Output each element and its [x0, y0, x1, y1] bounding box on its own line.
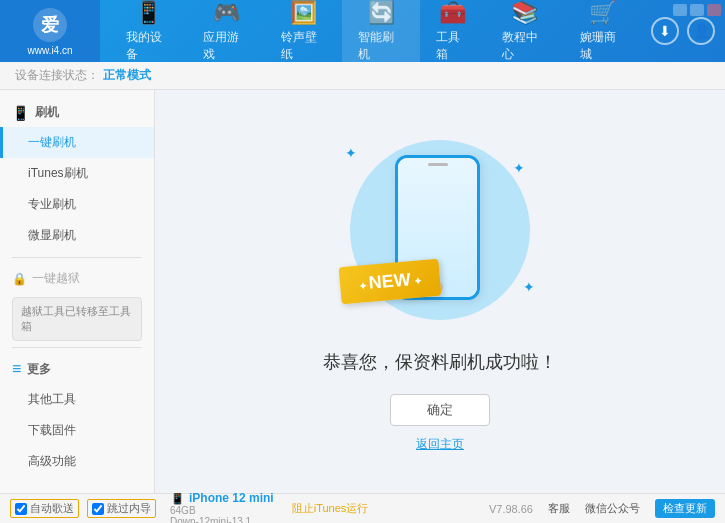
nav-label-smart-flash: 智能刷机: [358, 29, 403, 63]
nav-label-toolbox: 工具箱: [436, 29, 470, 63]
my-device-icon: 📱: [135, 0, 162, 26]
sidebar-divider-1: [12, 257, 142, 258]
apps-games-icon: 🎮: [213, 0, 240, 26]
tutorial-icon: 📚: [511, 0, 538, 26]
sidebar-item-advanced[interactable]: 高级功能: [0, 446, 154, 477]
main-layout: 📱 刷机 一键刷机 iTunes刷机 专业刷机 微显刷机 🔒 一键越狱 越狱工具…: [0, 90, 725, 493]
toolbox-icon: 🧰: [439, 0, 466, 26]
sidebar-item-other-tools[interactable]: 其他工具: [0, 384, 154, 415]
auto-launch-checkbox[interactable]: 自动歌送: [10, 499, 79, 518]
sidebar-section-more: ≡ 更多: [0, 354, 154, 384]
flash-section-label: 刷机: [35, 104, 59, 121]
skip-wizard-checkbox[interactable]: 跳过内导: [87, 499, 156, 518]
phone-illustration: ✦ ✦ ✦ NEW: [340, 130, 540, 330]
customer-service-link[interactable]: 客服: [548, 501, 570, 516]
svg-text:爱: 爱: [41, 15, 59, 35]
sidebar-section-flash: 📱 刷机: [0, 98, 154, 127]
sidebar: 📱 刷机 一键刷机 iTunes刷机 专业刷机 微显刷机 🔒 一键越狱 越狱工具…: [0, 90, 155, 493]
more-section-icon: ≡: [12, 360, 21, 378]
sidebar-divider-2: [12, 347, 142, 348]
status-value: 正常模式: [103, 67, 151, 84]
nav-item-apps-games[interactable]: 🎮 应用游戏: [187, 0, 264, 62]
top-right: ⬇ 👤: [651, 17, 725, 45]
close-btn[interactable]: [707, 4, 721, 16]
go-home-link[interactable]: 返回主页: [416, 436, 464, 453]
download-firmware-label: 下载固件: [28, 423, 76, 437]
minimize-btn[interactable]: [673, 4, 687, 16]
sidebar-item-screen-flash[interactable]: 微显刷机: [0, 220, 154, 251]
sidebar-item-pro-flash[interactable]: 专业刷机: [0, 189, 154, 220]
content-area: ✦ ✦ ✦ NEW 恭喜您，保资料刷机成功啦！ 确定 返回主页: [155, 90, 725, 493]
nav-item-ringtone[interactable]: 🖼️ 铃声壁纸: [265, 0, 342, 62]
more-section-label: 更多: [27, 361, 51, 378]
top-bar: 爱 www.i4.cn 📱 我的设备 🎮 应用游戏 🖼️ 铃声壁纸 🔄 智能刷机…: [0, 0, 725, 62]
device-firmware: Down-12mini-13,1: [170, 516, 274, 524]
sidebar-item-download-firmware[interactable]: 下载固件: [0, 415, 154, 446]
check-update-btn[interactable]: 检查更新: [655, 499, 715, 518]
nav-label-mom-store: 婉珊商城: [580, 29, 625, 63]
device-storage: 64GB: [170, 505, 274, 516]
skip-wizard-label: 跳过内导: [107, 501, 151, 516]
nav-items: 📱 我的设备 🎮 应用游戏 🖼️ 铃声壁纸 🔄 智能刷机 🧰 工具箱 📚 教程中…: [100, 0, 651, 62]
auto-launch-label: 自动歌送: [30, 501, 74, 516]
logo-icon: 爱: [32, 7, 68, 43]
screen-flash-label: 微显刷机: [28, 228, 76, 242]
download-btn[interactable]: ⬇: [651, 17, 679, 45]
jailbreak-notice: 越狱工具已转移至工具箱: [12, 297, 142, 341]
other-tools-label: 其他工具: [28, 392, 76, 406]
logo-area: 爱 www.i4.cn: [0, 0, 100, 62]
advanced-label: 高级功能: [28, 454, 76, 468]
jailbreak-notice-text: 越狱工具已转移至工具箱: [21, 305, 131, 332]
sidebar-item-one-key-flash[interactable]: 一键刷机: [0, 127, 154, 158]
wechat-official-link[interactable]: 微信公众号: [585, 501, 640, 516]
status-bar: 设备连接状态： 正常模式: [0, 62, 725, 90]
nav-label-tutorial: 教程中心: [502, 29, 547, 63]
nav-item-my-device[interactable]: 📱 我的设备: [110, 0, 187, 62]
pro-flash-label: 专业刷机: [28, 197, 76, 211]
phone-speaker: [428, 163, 448, 166]
bottom-bar: 自动歌送 跳过内导 📱 iPhone 12 mini 64GB Down-12m…: [0, 493, 725, 523]
sidebar-item-itunes-flash[interactable]: iTunes刷机: [0, 158, 154, 189]
logo-text: www.i4.cn: [27, 45, 72, 56]
ringtone-icon: 🖼️: [290, 0, 317, 26]
jailbreak-label: 一键越狱: [32, 270, 80, 287]
stop-itunes[interactable]: 阻止iTunes运行: [292, 501, 369, 516]
sparkle-3: ✦: [523, 279, 535, 295]
nav-label-ringtone: 铃声壁纸: [281, 29, 326, 63]
nav-item-mom-store[interactable]: 🛒 婉珊商城: [564, 0, 641, 62]
skip-wizard-input[interactable]: [92, 503, 104, 515]
user-btn[interactable]: 👤: [687, 17, 715, 45]
window-controls: [673, 4, 721, 16]
mom-store-icon: 🛒: [589, 0, 616, 26]
nav-item-toolbox[interactable]: 🧰 工具箱: [420, 0, 486, 62]
device-info: 📱 iPhone 12 mini 64GB Down-12mini-13,1: [170, 491, 274, 524]
sparkle-2: ✦: [513, 160, 525, 176]
sparkle-1: ✦: [345, 145, 357, 161]
itunes-flash-label: iTunes刷机: [28, 166, 88, 180]
nav-item-tutorial[interactable]: 📚 教程中心: [486, 0, 563, 62]
confirm-button[interactable]: 确定: [390, 394, 490, 426]
lock-icon: 🔒: [12, 272, 27, 286]
status-label: 设备连接状态：: [15, 67, 99, 84]
maximize-btn[interactable]: [690, 4, 704, 16]
bottom-left: 自动歌送 跳过内导 📱 iPhone 12 mini 64GB Down-12m…: [10, 491, 489, 524]
nav-item-smart-flash[interactable]: 🔄 智能刷机: [342, 0, 419, 62]
one-key-flash-label: 一键刷机: [28, 135, 76, 149]
sidebar-section-jailbreak: 🔒 一键越狱: [0, 264, 154, 293]
success-title: 恭喜您，保资料刷机成功啦！: [323, 350, 557, 374]
nav-label-apps-games: 应用游戏: [203, 29, 248, 63]
auto-launch-input[interactable]: [15, 503, 27, 515]
bottom-right: V7.98.66 客服 微信公众号 检查更新: [489, 499, 715, 518]
smart-flash-icon: 🔄: [368, 0, 395, 26]
flash-section-icon: 📱: [12, 105, 29, 121]
success-content: ✦ ✦ ✦ NEW 恭喜您，保资料刷机成功啦！ 确定 返回主页: [323, 130, 557, 453]
nav-label-my-device: 我的设备: [126, 29, 171, 63]
version-text: V7.98.66: [489, 503, 533, 515]
